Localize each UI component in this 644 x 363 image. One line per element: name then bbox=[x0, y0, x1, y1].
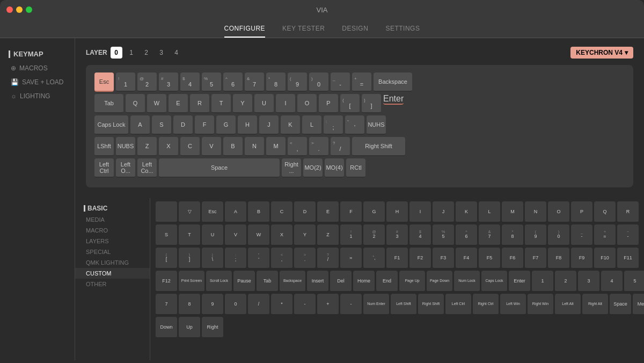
key-comma[interactable]: <, bbox=[288, 137, 307, 156]
layer-btn-4[interactable]: 4 bbox=[171, 47, 182, 59]
layer-btn-0[interactable]: 0 bbox=[111, 47, 122, 59]
gk-num7[interactable]: 7 bbox=[156, 294, 177, 315]
gk-num-lock[interactable]: Num Lock bbox=[454, 271, 480, 292]
key-o[interactable]: O bbox=[297, 94, 317, 113]
gk-percent[interactable]: %5 bbox=[433, 224, 454, 246]
gk-blank1[interactable] bbox=[156, 201, 177, 223]
gk-v[interactable]: V bbox=[225, 224, 246, 246]
key-slash[interactable]: ?/ bbox=[331, 137, 350, 156]
special-item[interactable]: SPECIAL bbox=[75, 246, 150, 257]
gk-rcurly[interactable]: }] bbox=[179, 248, 200, 269]
gk-equal[interactable]: = bbox=[340, 248, 362, 269]
gk-page-up[interactable]: Page Up bbox=[399, 271, 425, 292]
gk-f2[interactable]: F2 bbox=[409, 248, 431, 269]
gk-menu[interactable]: Menu bbox=[633, 294, 644, 315]
gk-num-minus[interactable]: - bbox=[294, 294, 316, 315]
key-nuhs[interactable]: NUHS bbox=[367, 115, 386, 135]
gk-i[interactable]: I bbox=[409, 201, 431, 223]
gk-underscore[interactable]: _- bbox=[571, 224, 592, 246]
sidebar-item-save-load[interactable]: 💾 SAVE + LOAD bbox=[0, 75, 75, 89]
key-h[interactable]: H bbox=[238, 115, 257, 135]
key-t[interactable]: T bbox=[211, 94, 231, 113]
gk-star[interactable]: *8 bbox=[502, 224, 523, 246]
gk-lcurly[interactable]: {[ bbox=[156, 248, 177, 269]
gk-y[interactable]: Y bbox=[294, 224, 316, 246]
key-0[interactable]: )0 bbox=[309, 72, 328, 92]
key-lbracket[interactable]: {[ bbox=[340, 94, 360, 113]
gk-num8[interactable]: 8 bbox=[179, 294, 200, 315]
key-rctl[interactable]: RCtl bbox=[346, 158, 365, 178]
gk-tilde[interactable]: ~- bbox=[617, 224, 639, 246]
gk-home[interactable]: Home bbox=[353, 271, 375, 292]
key-u[interactable]: U bbox=[254, 94, 274, 113]
gk-exclaim[interactable]: !1 bbox=[340, 224, 362, 246]
gk-f10[interactable]: F10 bbox=[594, 248, 616, 269]
layer-btn-3[interactable]: 3 bbox=[156, 47, 167, 59]
custom-item[interactable]: CUSTOM bbox=[75, 268, 150, 279]
gk-num-slash[interactable]: / bbox=[248, 294, 269, 315]
key-x[interactable]: X bbox=[159, 137, 178, 156]
key-esc[interactable]: Esc bbox=[94, 72, 114, 92]
gk-num5[interactable]: 5 bbox=[624, 271, 644, 292]
key-mo2[interactable]: MO(2) bbox=[303, 158, 323, 178]
key-mo4[interactable]: MO(4) bbox=[325, 158, 344, 178]
fullscreen-button[interactable] bbox=[26, 6, 32, 13]
gk-amp[interactable]: &7 bbox=[479, 224, 500, 246]
gk-caret[interactable]: ^6 bbox=[456, 224, 477, 246]
key-5[interactable]: %5 bbox=[202, 72, 221, 92]
gk-rparen[interactable]: )0 bbox=[548, 224, 569, 246]
gk-dollar[interactable]: $4 bbox=[409, 224, 431, 246]
key-r[interactable]: R bbox=[190, 94, 209, 113]
gk-space[interactable]: Space bbox=[610, 294, 631, 315]
gk-num-plus[interactable]: + bbox=[317, 294, 339, 315]
gk-z[interactable]: Z bbox=[317, 224, 339, 246]
gk-lt[interactable]: <, bbox=[271, 248, 292, 269]
sidebar-item-macros[interactable]: ⊕ MACROS bbox=[0, 61, 75, 75]
key-8[interactable]: *8 bbox=[266, 72, 286, 92]
gk-w[interactable]: W bbox=[248, 224, 269, 246]
gk-right-ctrl[interactable]: Right Ctrl bbox=[473, 294, 499, 315]
key-tab[interactable]: Tab bbox=[94, 94, 123, 113]
nav-key-tester[interactable]: KEY TESTER bbox=[282, 25, 325, 38]
key-3[interactable]: #3 bbox=[159, 72, 178, 92]
layers-item[interactable]: LAYERS bbox=[75, 236, 150, 246]
gk-k[interactable]: K bbox=[456, 201, 477, 223]
nav-configure[interactable]: CONFIGURE bbox=[224, 25, 266, 38]
sidebar-item-lighting[interactable]: ☼ LIGHTING bbox=[0, 89, 75, 103]
gk-r[interactable]: R bbox=[617, 201, 639, 223]
gk-up[interactable]: Up bbox=[179, 317, 200, 338]
gk-f[interactable]: F bbox=[340, 201, 362, 223]
gk-hash[interactable]: #3 bbox=[386, 224, 408, 246]
gk-question[interactable]: ?/ bbox=[317, 248, 339, 269]
gk-f5[interactable]: F5 bbox=[479, 248, 500, 269]
gk-e[interactable]: E bbox=[317, 201, 339, 223]
gk-num4[interactable]: 4 bbox=[601, 271, 623, 292]
key-4[interactable]: $4 bbox=[180, 72, 200, 92]
gk-num0[interactable]: 0 bbox=[225, 294, 246, 315]
key-b[interactable]: B bbox=[223, 137, 243, 156]
key-rshift[interactable]: Right Shift bbox=[352, 137, 405, 156]
gk-c[interactable]: C bbox=[271, 201, 292, 223]
gk-down-arrow[interactable]: ▽ bbox=[179, 201, 200, 223]
gk-scroll-lock[interactable]: Scroll Lock bbox=[206, 271, 232, 292]
close-button[interactable] bbox=[6, 6, 13, 13]
key-rbracket[interactable]: }] bbox=[362, 94, 381, 113]
gk-x[interactable]: X bbox=[271, 224, 292, 246]
gk-right-win[interactable]: Right Win bbox=[528, 294, 553, 315]
gk-f9[interactable]: F9 bbox=[571, 248, 592, 269]
key-s[interactable]: S bbox=[152, 115, 171, 135]
gk-tab[interactable]: Tab bbox=[257, 271, 278, 292]
gk-at[interactable]: @2 bbox=[363, 224, 385, 246]
key-d[interactable]: D bbox=[173, 115, 193, 135]
key-g[interactable]: G bbox=[216, 115, 236, 135]
gk-u[interactable]: U bbox=[202, 224, 223, 246]
key-i[interactable]: I bbox=[276, 94, 295, 113]
gk-m[interactable]: M bbox=[502, 201, 523, 223]
gk-del[interactable]: Del bbox=[330, 271, 352, 292]
gk-l[interactable]: L bbox=[479, 201, 500, 223]
gk-f7[interactable]: F7 bbox=[525, 248, 546, 269]
key-backspace[interactable]: Backspace bbox=[374, 72, 412, 92]
gk-left-shift[interactable]: Left Shift bbox=[391, 294, 416, 315]
gk-d[interactable]: D bbox=[294, 201, 316, 223]
gk-s[interactable]: S bbox=[156, 224, 177, 246]
